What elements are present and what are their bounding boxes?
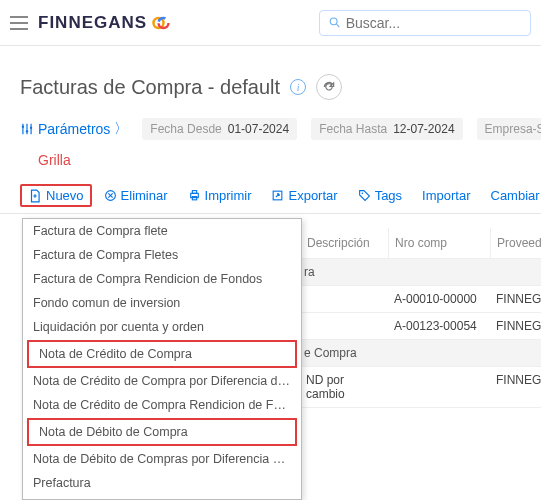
filter-bar: Parámetros 〉 Fecha Desde 01-07-2024 Fech… [0,116,541,148]
filter-from-value: 01-07-2024 [228,122,289,136]
eliminar-button[interactable]: Eliminar [96,184,176,207]
chevron-right-icon: 〉 [114,120,128,138]
cell-descripcion [300,286,388,312]
importar-label: Importar [422,188,470,203]
col-nro-comp[interactable]: Nro comp [388,228,490,258]
table-group-header[interactable]: e Compra [300,340,541,367]
cell-descripcion: ND por cambio [300,367,388,407]
imprimir-label: Imprimir [205,188,252,203]
exportar-button[interactable]: Exportar [263,184,345,207]
menu-icon[interactable] [10,16,28,30]
new-doc-icon [28,189,42,203]
nuevo-dropdown: Factura de Compra fleteFactura de Compra… [22,218,302,500]
dropdown-item[interactable]: Factura de Compra Fletes [23,243,301,267]
sliders-icon [20,122,34,136]
cambiar-proveedor-button[interactable]: Cambiar proveedor [483,184,542,207]
tag-icon [358,189,371,202]
dropdown-item[interactable]: Liquidación por cuenta y orden [23,315,301,339]
cell-nro: A-00010-00000 [388,286,490,312]
dropdown-item[interactable]: Fondo comun de inversion [23,291,301,315]
table-group-header[interactable]: ra [300,259,541,286]
global-search[interactable] [319,10,531,36]
dropdown-item[interactable]: Nota de Débito de Compras por Diferencia… [23,447,301,471]
svg-rect-12 [192,191,196,194]
group-label-2: e Compra [304,346,357,360]
results-table: Descripción Nro comp Proveedor ra A-0001… [300,228,541,408]
cell-proveedor: FINNEGAN [490,313,541,339]
dropdown-item[interactable]: Rescate Fondo comun de inversion [23,495,301,499]
filter-branch-label: Empresa-Sucursal [485,122,541,136]
table-row[interactable]: A-00123-00054FINNEGAN [300,313,541,340]
info-icon[interactable]: i [290,79,306,95]
dropdown-item[interactable]: Nota de Crédito de Compra Rendicion de F… [23,393,301,417]
print-icon [188,189,201,202]
dropdown-item[interactable]: Nota de Crédito de Compra [27,340,297,368]
eliminar-label: Eliminar [121,188,168,203]
table-row[interactable]: A-00010-00000FINNEGAN [300,286,541,313]
export-icon [271,189,284,202]
dropdown-item[interactable]: Factura de Compra flete [23,219,301,243]
tags-button[interactable]: Tags [350,184,410,207]
filter-to[interactable]: Fecha Hasta 12-07-2024 [311,118,462,140]
importar-button[interactable]: Importar [414,184,478,207]
brand-logo[interactable]: FINNEGANS [38,13,171,33]
cambiar-label: Cambiar proveedor [491,188,542,203]
imprimir-button[interactable]: Imprimir [180,184,260,207]
filter-to-value: 12-07-2024 [393,122,454,136]
filter-from-label: Fecha Desde [150,122,221,136]
table-row[interactable]: ND por cambioFINNEGAN [300,367,541,408]
nuevo-button[interactable]: Nuevo [20,184,92,207]
group-label-1: ra [304,265,315,279]
filter-branch[interactable]: Empresa-Sucursal Empresa Prueba [477,118,541,140]
cell-proveedor: FINNEGAN [490,286,541,312]
cell-proveedor: FINNEGAN [490,367,541,407]
filter-from[interactable]: Fecha Desde 01-07-2024 [142,118,297,140]
svg-line-4 [337,24,340,27]
page-title: Facturas de Compra - default [20,76,280,99]
parameters-label: Parámetros [38,121,110,137]
logo-rings-icon [151,13,171,33]
svg-point-7 [30,127,32,129]
svg-point-6 [26,130,28,132]
dropdown-item[interactable]: Prefactura [23,471,301,495]
dropdown-item[interactable]: Nota de Crédito de Compra por Diferencia… [23,369,301,393]
refresh-icon [322,80,336,94]
svg-point-5 [22,126,24,128]
delete-icon [104,189,117,202]
search-input[interactable] [346,15,522,31]
cell-nro: A-00123-00054 [388,313,490,339]
tags-label: Tags [375,188,402,203]
nuevo-label: Nuevo [46,188,84,203]
view-mode-label: Grilla [0,148,541,178]
search-icon [328,15,342,30]
brand-text: FINNEGANS [38,13,147,33]
dropdown-item[interactable]: Nota de Débito de Compra [27,418,297,446]
filter-to-label: Fecha Hasta [319,122,387,136]
cell-descripcion [300,313,388,339]
table-header: Descripción Nro comp Proveedor [300,228,541,259]
top-bar: FINNEGANS [0,0,541,46]
svg-point-15 [361,193,363,195]
col-descripcion[interactable]: Descripción [300,228,388,258]
refresh-button[interactable] [316,74,342,100]
dropdown-scroll[interactable]: Factura de Compra fleteFactura de Compra… [23,219,301,499]
page-header: Facturas de Compra - default i [0,46,541,116]
dropdown-item[interactable]: Factura de Compra Rendicion de Fondos [23,267,301,291]
action-toolbar: Nuevo Eliminar Imprimir Exportar Tags Im… [0,178,541,214]
col-proveedor[interactable]: Proveedor [490,228,541,258]
exportar-label: Exportar [288,188,337,203]
svg-point-3 [330,18,337,25]
parameters-link[interactable]: Parámetros 〉 [20,120,128,138]
cell-nro [388,367,490,407]
